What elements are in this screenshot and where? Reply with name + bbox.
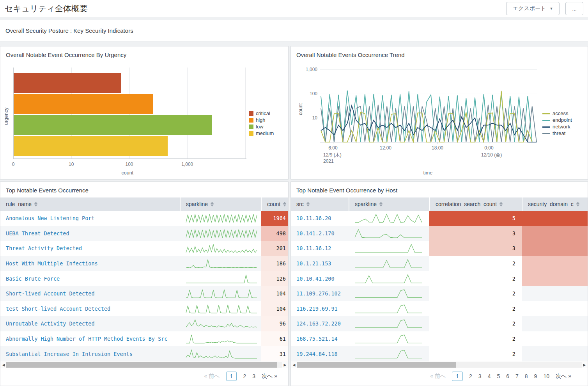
legend-item-low[interactable]: low <box>249 124 274 130</box>
count-cell[interactable]: 31 <box>261 346 288 361</box>
legend-item-critical[interactable]: critical <box>249 111 274 116</box>
pagination-page-2[interactable]: 2 <box>243 373 246 379</box>
rule-name-cell[interactable]: Host With Multiple Infections <box>0 256 180 271</box>
table-row[interactable]: UEBA Threat Detected498 <box>0 226 288 241</box>
legend-item-threat[interactable]: threat <box>542 131 572 136</box>
correlation-search-count-cell[interactable]: 3 <box>429 241 522 256</box>
rule-name-cell[interactable]: Threat Activity Detected <box>0 241 180 256</box>
security-domain-count-cell[interactable] <box>522 256 588 271</box>
scroll-left-icon[interactable]: ◀ <box>2 363 5 367</box>
column-header-correlation_search_count[interactable]: correlation_search_count <box>429 197 522 211</box>
count-cell[interactable]: 201 <box>261 241 288 256</box>
table-row[interactable]: Anomalous New Listening Port1964 <box>0 211 288 226</box>
src-cell[interactable]: 11.109.276.102 <box>291 286 349 301</box>
src-cell[interactable]: 168.75.521.14 <box>291 331 349 347</box>
table-row[interactable]: Abnormally High Number of HTTP Method Ev… <box>0 331 288 347</box>
scroll-right-icon[interactable]: ▶ <box>283 363 287 367</box>
count-cell[interactable]: 1964 <box>261 211 288 226</box>
scrollbar-thumb[interactable] <box>6 362 277 368</box>
correlation-search-count-cell[interactable]: 2 <box>429 301 522 317</box>
pagination-next[interactable]: 次へ » <box>262 373 277 380</box>
legend-item-endpoint[interactable]: endpoint <box>542 117 572 123</box>
export-button[interactable]: エクスポート ▼ <box>506 2 560 15</box>
security-domain-count-cell[interactable] <box>522 241 588 256</box>
table-row[interactable]: 168.75.521.142 <box>291 331 588 347</box>
count-cell[interactable]: 104 <box>261 301 288 317</box>
pagination-prev[interactable]: « 前へ <box>430 373 446 380</box>
pagination-current-page[interactable]: 1 <box>226 372 237 381</box>
src-cell[interactable]: 124.163.72.220 <box>291 316 349 331</box>
table-row[interactable]: 10.11.36.205 <box>291 211 588 226</box>
correlation-search-count-cell[interactable]: 5 <box>429 211 522 226</box>
column-header-security_domain_c[interactable]: security_domain_c <box>522 197 588 211</box>
table-row[interactable]: 11.109.276.1022 <box>291 286 588 301</box>
count-cell[interactable]: 498 <box>261 226 288 241</box>
bar-critical[interactable] <box>14 73 121 93</box>
rule-name-cell[interactable]: test_Short-lived Account Detected <box>0 301 180 317</box>
table-row[interactable]: 116.219.69.912 <box>291 301 588 317</box>
table-row[interactable]: test_Short-lived Account Detected104 <box>0 301 288 317</box>
security-domain-count-cell[interactable] <box>522 301 588 317</box>
rule-name-cell[interactable]: Unroutable Activity Detected <box>0 316 180 331</box>
bar-high[interactable] <box>14 94 153 114</box>
bar-medium[interactable] <box>14 136 168 156</box>
column-header-sparkline[interactable]: sparkline <box>180 197 261 211</box>
correlation-search-count-cell[interactable]: 2 <box>429 286 522 301</box>
scroll-right-icon[interactable]: ▶ <box>583 363 586 367</box>
scrollbar-track[interactable] <box>6 362 282 368</box>
correlation-search-count-cell[interactable]: 2 <box>429 271 522 286</box>
correlation-search-count-cell[interactable]: 2 <box>429 346 522 361</box>
more-actions-button[interactable]: ... <box>565 2 583 15</box>
table-row[interactable]: 19.244.84.1182 <box>291 346 588 361</box>
table-row[interactable]: 10.10.41.2002 <box>291 271 588 286</box>
table-row[interactable]: Threat Activity Detected201 <box>0 241 288 256</box>
src-cell[interactable]: 116.219.69.91 <box>291 301 349 317</box>
count-cell[interactable]: 61 <box>261 331 288 347</box>
pagination-page-3[interactable]: 3 <box>252 373 255 379</box>
rule-name-cell[interactable]: UEBA Threat Detected <box>0 226 180 241</box>
pagination-page-7[interactable]: 7 <box>515 373 519 379</box>
security-domain-count-cell[interactable] <box>522 331 588 347</box>
security-domain-count-cell[interactable] <box>522 346 588 361</box>
column-header-rule_name[interactable]: rule_name <box>0 197 180 211</box>
pagination-page-3[interactable]: 3 <box>478 373 482 379</box>
scrollbar-track[interactable] <box>297 362 582 368</box>
rule-name-cell[interactable]: Basic Brute Force <box>0 271 180 286</box>
src-cell[interactable]: 10.1.21.153 <box>291 256 349 271</box>
table-row[interactable]: 10.141.2.1703 <box>291 226 588 241</box>
count-cell[interactable]: 96 <box>261 316 288 331</box>
src-cell[interactable]: 10.11.36.20 <box>291 211 349 226</box>
table-row[interactable]: Host With Multiple Infections186 <box>0 256 288 271</box>
security-domain-count-cell[interactable] <box>522 271 588 286</box>
security-domain-count-cell[interactable] <box>522 226 588 241</box>
legend-item-high[interactable]: high <box>249 117 274 123</box>
legend-item-access[interactable]: access <box>542 111 572 116</box>
rule-name-cell[interactable]: Substantial Increase In Intrusion Events <box>0 346 180 361</box>
correlation-search-count-cell[interactable]: 2 <box>429 331 522 347</box>
legend-item-network[interactable]: network <box>542 124 572 130</box>
rule-name-cell[interactable]: Anomalous New Listening Port <box>0 211 180 226</box>
bar-low[interactable] <box>14 115 212 135</box>
column-header-count[interactable]: count <box>261 197 288 211</box>
column-header-sparkline[interactable]: sparkline <box>349 197 429 211</box>
security-domain-count-cell[interactable] <box>522 286 588 301</box>
table-row[interactable]: Unroutable Activity Detected96 <box>0 316 288 331</box>
table-row[interactable]: 124.163.72.2202 <box>291 316 588 331</box>
security-domain-count-cell[interactable] <box>522 316 588 331</box>
rule-name-cell[interactable]: Abnormally High Number of HTTP Method Ev… <box>0 331 180 347</box>
pagination-next[interactable]: 次へ » <box>556 373 571 380</box>
pagination-page-8[interactable]: 8 <box>525 373 528 379</box>
table-row[interactable]: Substantial Increase In Intrusion Events… <box>0 346 288 361</box>
table-row[interactable]: 10.11.36.123 <box>291 241 588 256</box>
table-row[interactable]: Basic Brute Force126 <box>0 271 288 286</box>
count-cell[interactable]: 104 <box>261 286 288 301</box>
rule-name-cell[interactable]: Short-lived Account Detected <box>0 286 180 301</box>
scroll-left-icon[interactable]: ◀ <box>292 363 296 367</box>
pagination-prev[interactable]: « 前へ <box>204 373 220 380</box>
pagination-page-9[interactable]: 9 <box>534 373 537 379</box>
src-cell[interactable]: 10.141.2.170 <box>291 226 349 241</box>
count-cell[interactable]: 126 <box>261 271 288 286</box>
pagination-page-6[interactable]: 6 <box>506 373 509 379</box>
pagination-page-10[interactable]: 10 <box>543 373 549 379</box>
correlation-search-count-cell[interactable]: 3 <box>429 226 522 241</box>
